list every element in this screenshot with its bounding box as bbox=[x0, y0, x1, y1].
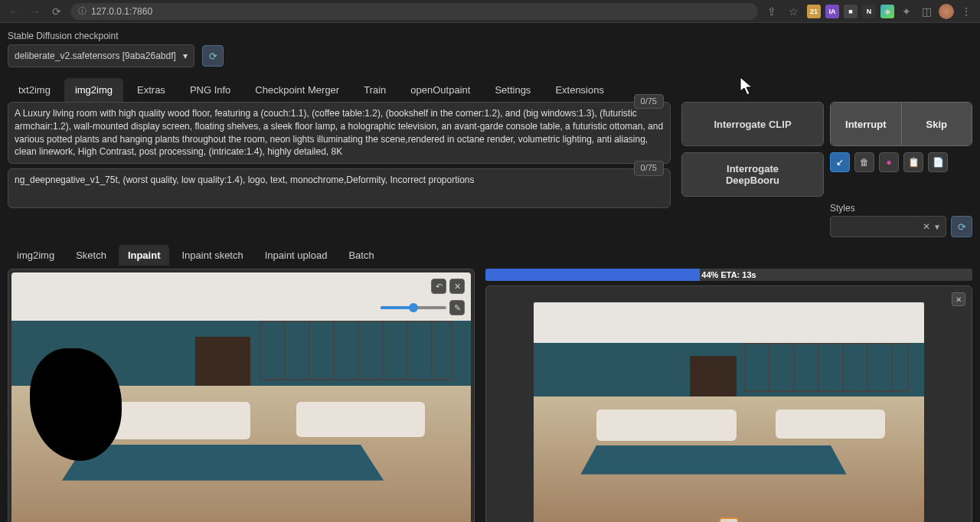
reload-button[interactable]: ⟳ bbox=[49, 4, 64, 19]
back-button[interactable]: ← bbox=[6, 4, 21, 19]
subtab-batch[interactable]: Batch bbox=[339, 245, 383, 266]
chevron-down-icon: ▼ bbox=[933, 223, 941, 231]
url-text: 127.0.0.1:7860 bbox=[91, 6, 152, 17]
subtab-inpaint-upload[interactable]: Inpaint upload bbox=[256, 245, 337, 266]
browser-chrome: ← → ⟳ ⓘ 127.0.0.1:7860 ⇪ ☆ 21 IA ■ N ◆ ✦… bbox=[0, 0, 980, 23]
styles-label: Styles bbox=[830, 203, 972, 214]
extensions-menu-icon[interactable]: ✦ bbox=[899, 4, 914, 19]
tool-trash-button[interactable]: 🗑 bbox=[854, 152, 874, 172]
interrogate-deepbooru-button[interactable]: Interrogate DeepBooru bbox=[681, 152, 824, 197]
tab-train[interactable]: Train bbox=[353, 78, 397, 102]
brush-size-slider[interactable]: ✎ bbox=[381, 300, 465, 315]
tab-settings[interactable]: Settings bbox=[484, 78, 541, 102]
tab-img2img[interactable]: img2img bbox=[64, 78, 123, 102]
site-info-icon[interactable]: ⓘ bbox=[78, 5, 87, 17]
refresh-icon: ⟳ bbox=[958, 221, 966, 233]
output-panel: ✕ bbox=[485, 285, 972, 522]
tool-arrow-button[interactable]: ↙ bbox=[830, 152, 850, 172]
extension-icon[interactable]: 21 bbox=[807, 5, 821, 18]
browser-menu-icon[interactable]: ⋮ bbox=[959, 4, 974, 19]
refresh-icon: ⟳ bbox=[209, 51, 217, 62]
negative-prompt-textarea[interactable]: 0/75 ng_deepnegative_v1_75t, (worst qual… bbox=[8, 168, 671, 208]
url-bar[interactable]: ⓘ 127.0.0.1:7860 bbox=[70, 3, 758, 20]
output-image[interactable] bbox=[534, 302, 924, 522]
interrupt-button[interactable]: Interrupt bbox=[831, 103, 901, 145]
extension-icon[interactable]: ■ bbox=[844, 5, 858, 18]
subtab-sketch[interactable]: Sketch bbox=[67, 245, 116, 266]
skip-button[interactable]: Skip bbox=[901, 103, 972, 145]
checkpoint-select[interactable]: deliberate_v2.safetensors [9aba26abdf] ▾ bbox=[8, 44, 194, 67]
prompt-textarea[interactable]: 0/75 A Luxury living room with high qual… bbox=[8, 102, 671, 164]
tool-style-button[interactable]: ● bbox=[879, 152, 899, 172]
primary-tabs: txt2img img2img Extras PNG Info Checkpoi… bbox=[8, 78, 972, 102]
subtab-inpaint-sketch[interactable]: Inpaint sketch bbox=[172, 245, 252, 266]
extension-icon[interactable]: ◆ bbox=[880, 5, 894, 18]
undo-button[interactable]: ↶ bbox=[431, 279, 446, 294]
apply-style-button[interactable]: ⟳ bbox=[951, 216, 972, 237]
clear-mask-button[interactable]: ✕ bbox=[449, 279, 465, 294]
inpaint-canvas-panel: ↶ ✕ ✎ ◀ ▶ bbox=[8, 269, 475, 522]
refresh-checkpoint-button[interactable]: ⟳ bbox=[202, 45, 224, 67]
tab-txt2img[interactable]: txt2img bbox=[8, 78, 61, 102]
prompt-token-count: 0/75 bbox=[634, 94, 664, 109]
progress-text: 44% ETA: 13s bbox=[701, 270, 756, 279]
tab-extras[interactable]: Extras bbox=[126, 78, 176, 102]
tab-extensions[interactable]: Extensions bbox=[544, 78, 615, 102]
profile-avatar[interactable] bbox=[939, 4, 954, 19]
interrogate-clip-button[interactable]: Interrogate CLIP bbox=[681, 102, 824, 146]
secondary-tabs: img2img Sketch Inpaint Inpaint sketch In… bbox=[8, 245, 475, 266]
forward-button[interactable]: → bbox=[28, 4, 43, 19]
share-icon[interactable]: ⇪ bbox=[764, 4, 779, 19]
inpaint-canvas[interactable]: ↶ ✕ ✎ bbox=[11, 272, 471, 522]
inpaint-mask bbox=[30, 348, 122, 462]
neg-prompt-token-count: 0/75 bbox=[634, 161, 664, 175]
tool-paste-button[interactable]: 📄 bbox=[928, 152, 948, 172]
extension-icon[interactable]: IA bbox=[825, 5, 839, 18]
progress-bar: 44% ETA: 13s bbox=[485, 269, 972, 281]
styles-select[interactable]: ✕ ▼ bbox=[830, 216, 946, 237]
output-thumbnail[interactable] bbox=[719, 517, 739, 522]
clear-styles-icon[interactable]: ✕ bbox=[923, 221, 930, 232]
sidepanel-icon[interactable]: ◫ bbox=[919, 4, 934, 19]
subtab-img2img[interactable]: img2img bbox=[8, 245, 64, 266]
checkpoint-label: Stable Diffusion checkpoint bbox=[8, 31, 972, 41]
tab-pnginfo[interactable]: PNG Info bbox=[179, 78, 241, 102]
subtab-inpaint[interactable]: Inpaint bbox=[119, 245, 170, 266]
extension-icon[interactable]: N bbox=[862, 5, 876, 18]
tool-clipboard-button[interactable]: 📋 bbox=[903, 152, 923, 172]
close-output-button[interactable]: ✕ bbox=[952, 292, 965, 306]
tab-checkpoint-merger[interactable]: Checkpoint Merger bbox=[244, 78, 350, 102]
chevron-down-icon: ▾ bbox=[183, 51, 188, 61]
brush-settings-button[interactable]: ✎ bbox=[449, 300, 465, 315]
bookmark-icon[interactable]: ☆ bbox=[786, 4, 801, 19]
extension-icons: 21 IA ■ N ◆ ✦ ◫ ⋮ bbox=[807, 4, 974, 19]
tab-openoutpaint[interactable]: openOutpaint bbox=[400, 78, 481, 102]
